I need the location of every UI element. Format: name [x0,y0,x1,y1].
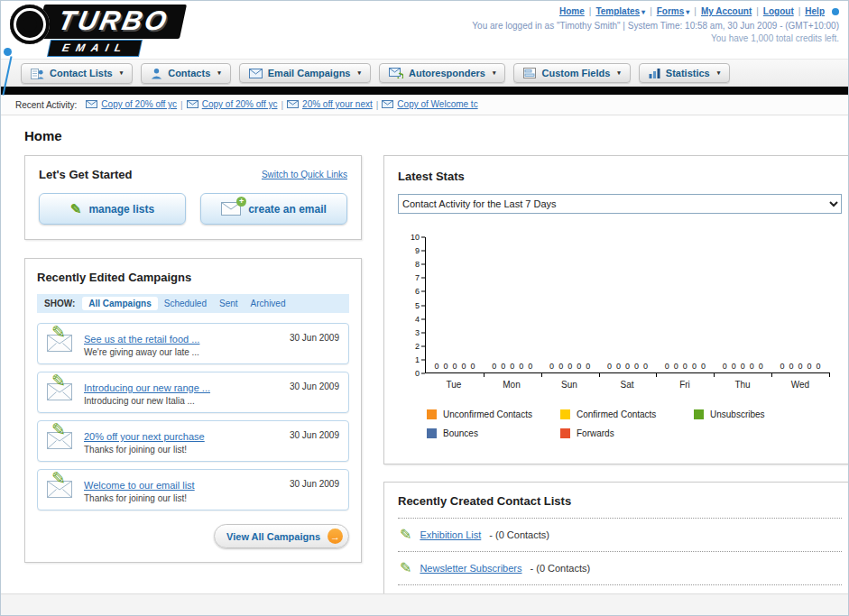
contact-list-link[interactable]: Newsletter Subscribers [420,563,521,574]
plus-icon: + [236,197,246,207]
bar-value-label: 0 [586,362,590,371]
manage-lists-button[interactable]: ✎ manage lists [39,193,186,225]
chart-category-group: 00000 [714,237,771,372]
pencil-icon: ✎ [400,528,411,542]
campaign-date: 30 Jun 2009 [290,479,339,489]
nav-tab-label: Custom Fields [541,68,610,78]
campaign-title-link[interactable]: Introducing our new range ... [84,382,210,393]
nav-tab-contacts[interactable]: Contacts▾ [141,63,231,84]
campaign-title-link[interactable]: See us at the retail food ... [84,334,199,345]
filter-scheduled[interactable]: Scheduled [158,297,213,310]
filter-sent[interactable]: Sent [213,297,245,310]
campaign-item[interactable]: ✎20% off your next purchaseThanks for jo… [37,420,349,462]
contact-list-item[interactable]: ✎Exhibition List- (0 Contacts) [398,519,842,552]
legend-item: Bounces [427,428,560,438]
bar-value-label: 0 [549,362,554,371]
recent-activity-item[interactable]: Copy of Welcome tc [382,99,477,109]
x-axis-tick-label: Wed [771,380,829,390]
nav-tab-contact-lists[interactable]: Contact Lists▾ [21,63,133,84]
envelope-icon [287,100,299,108]
bar-value-label: 0 [817,362,821,371]
x-axis-tick-label: Fri [656,380,714,390]
switch-quick-links-link[interactable]: Switch to Quick Links [262,170,347,179]
nav-tab-email-campaigns[interactable]: Email Campaigns▾ [239,63,371,83]
recent-activity-item[interactable]: Copy of 20% off yc [187,99,278,109]
recent-activity-item[interactable]: 20% off your next [287,99,373,109]
filter-all-campaigns[interactable]: All Campaigns [82,297,157,310]
campaign-filters: All CampaignsScheduledSentArchived [82,299,291,308]
envelope-plus-icon: + [221,202,241,216]
campaigns-title: Recently Edited Campaigns [37,271,349,284]
campaign-filter-bar: SHOW: All CampaignsScheduledSentArchived [37,294,349,313]
separator: | [694,6,697,16]
bar-value-label: 0 [625,362,630,371]
chart-category-group: 00000 [656,237,714,372]
header-link-logout[interactable]: Logout [763,6,794,16]
credits-info: You have 1,000 total credits left. [472,33,839,43]
bar-value-label: 0 [750,362,754,371]
envelope-icon: ✎ [47,332,74,352]
bar-value-label: 0 [759,362,763,371]
y-axis-tick: 4 [415,315,425,323]
bar-value-label: 0 [692,362,697,371]
campaign-title-link[interactable]: 20% off your next purchase [84,431,205,442]
chart-category-group: 00000 [771,237,829,372]
nav-tab-custom-fields[interactable]: Custom Fields▾ [513,63,630,83]
campaign-subtitle: Thanks for joining our list! [84,493,280,503]
legend-item: Forwards [560,428,694,438]
header-link-my-account[interactable]: My Account [701,6,752,16]
y-axis-tick: 7 [415,274,425,282]
logo-swirl-icon [10,5,50,44]
y-axis-tick-label: 9 [415,247,420,255]
header-link-help[interactable]: Help [805,6,825,16]
nav-tab-autoresponders[interactable]: Autoresponders▾ [379,63,505,83]
recent-activity-items: Copy of 20% off yc|Copy of 20% off yc|20… [84,99,479,110]
contact-list-item[interactable]: ✎Newsletter Subscribers- (0 Contacts) [398,552,842,585]
pencil-icon: ✎ [51,421,66,438]
campaign-title-link[interactable]: Welcome to our email list [84,480,195,491]
campaign-text: See us at the retail food ...We're givin… [84,330,280,357]
separator: | [650,6,652,16]
campaign-item[interactable]: ✎See us at the retail food ...We're givi… [37,323,349,364]
recent-activity-bar: Recent Activity: Copy of 20% off yc|Copy… [1,95,848,115]
x-axis-tick-label: Mon [483,380,540,390]
filter-archived[interactable]: Archived [245,297,292,310]
create-email-button[interactable]: + create an email [200,193,347,225]
bar-value-label: 0 [492,362,496,371]
x-axis-tick-label: Thu [714,380,771,390]
envelope-icon: ✎ [47,478,74,498]
nav-tab-label: Contacts [168,68,210,78]
manage-lists-label: manage lists [88,203,154,216]
recent-activity-item-label: Copy of Welcome tc [397,99,477,109]
nav-tab-statistics[interactable]: Statistics▾ [639,63,730,83]
bar-value-label: 0 [434,362,438,371]
view-all-campaigns-button[interactable]: View All Campaigns → [214,524,349,548]
bar-value-labels: 00000 [714,362,771,371]
stats-period-select[interactable]: Contact Activity for the Last 7 Days [398,194,842,214]
campaign-subtitle: Thanks for joining our list! [84,445,280,455]
separator: | [589,6,592,16]
recent-activity-item-label: 20% off your next [302,99,373,109]
turbo-email-logo[interactable]: TURBO EMAIL [10,5,183,44]
bar-value-label: 0 [443,362,448,371]
chart-y-axis: 012345678910 [401,237,425,373]
recent-activity-item[interactable]: Copy of 20% off yc [86,99,177,109]
header-link-home[interactable]: Home [559,6,585,16]
y-axis-tick: 8 [415,261,425,269]
campaign-date: 30 Jun 2009 [290,430,339,440]
campaign-item[interactable]: ✎Welcome to our email listThanks for joi… [37,469,349,510]
recent-activity-item-label: Copy of 20% off yc [202,99,278,109]
campaign-text: Welcome to our email listThanks for join… [84,476,280,503]
bar-value-label: 0 [674,362,678,371]
legend-label: Unsubscribes [710,409,765,419]
header-link-templates[interactable]: Templates▾ [595,6,645,16]
logo-turbo-text: TURBO [56,5,172,36]
legend-swatch [560,428,570,438]
header-link-forms[interactable]: Forms▾ [657,6,690,16]
y-axis-tick-label: 8 [415,261,420,269]
chart-x-axis: TueMonSunSatFriThuWed [425,373,829,390]
campaign-item[interactable]: ✎Introducing our new range ...Introducin… [37,372,349,413]
header-right: Home|Templates▾|Forms▾|My Account|Logout… [472,6,839,43]
bar-value-label: 0 [616,362,621,371]
contact-list-link[interactable]: Exhibition List [420,529,481,540]
